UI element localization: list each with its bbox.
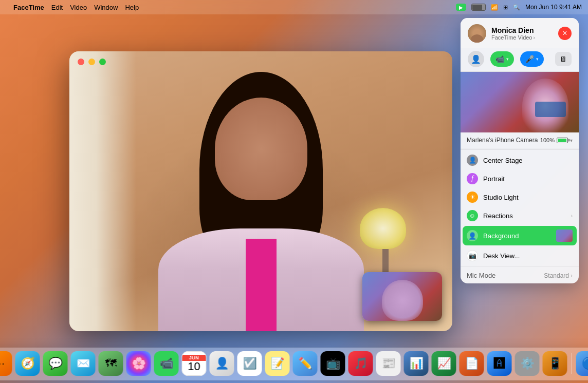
reactions-label: Reactions — [483, 212, 566, 220]
search-icon[interactable]: 🔍 — [513, 4, 520, 11]
caller-name: Monica Dien — [491, 26, 553, 35]
messages-icon: 💬 — [48, 357, 62, 370]
menubar-left: FaceTime Edit Video Window Help — [6, 4, 139, 11]
menu-item-desk-view[interactable]: 📷 Desk View... — [461, 246, 579, 265]
screen-share-icon: 🖥 — [560, 55, 567, 63]
preview-shirt — [535, 102, 566, 117]
battery-bar — [557, 138, 568, 143]
facetime-dock-icon: 📹 — [159, 357, 173, 370]
dock-item-numbers[interactable]: 📈 — [432, 351, 456, 376]
close-button[interactable] — [78, 59, 84, 65]
dock-item-music[interactable]: 🎵 — [348, 351, 373, 376]
dock-item-freeform[interactable]: ✏️ — [293, 351, 318, 376]
battery-fill — [558, 139, 566, 142]
studio-light-icon: ☀ — [467, 192, 478, 203]
mic-mode-label: Mic Mode — [467, 272, 544, 279]
menu-window[interactable]: Window — [94, 4, 118, 11]
menu-edit[interactable]: Edit — [51, 4, 63, 11]
video-preview — [461, 72, 579, 132]
camera-label: Marlena's iPhone Camera — [467, 137, 540, 144]
desk-view-icon: 📷 — [467, 250, 478, 261]
background-thumbnail — [556, 229, 573, 242]
notes-icon: 📝 — [270, 357, 284, 370]
dock-item-pages[interactable]: 📄 — [460, 351, 484, 376]
person-icon: 👤 — [471, 54, 481, 64]
dock-item-tv[interactable]: 📺 — [321, 351, 345, 376]
dock-item-keynote[interactable]: 📊 — [404, 351, 429, 376]
portrait-icon: f — [467, 173, 478, 184]
menu-video[interactable]: Video — [70, 4, 87, 11]
camera-row[interactable]: Marlena's iPhone Camera 100% ▾ — [461, 132, 579, 148]
person-icon-button[interactable]: 👤 — [468, 51, 484, 67]
menu-item-center-stage[interactable]: 👤 Center Stage — [461, 151, 579, 169]
menu-item-studio-light[interactable]: ☀ Studio Light — [461, 188, 579, 206]
dock-item-calendar[interactable]: JUN 10 — [182, 351, 207, 376]
dock-item-facetime[interactable]: 📹 — [154, 351, 179, 376]
minimize-button[interactable] — [88, 59, 95, 65]
launchpad-icon: ⋯ — [0, 357, 5, 370]
facetime-icon-symbol: ▶ — [459, 5, 463, 10]
dock-item-contacts[interactable]: 👤 — [210, 351, 234, 376]
menubar-right: ▶ 📶 ⊞ 🔍 Mon Jun 10 9:41 AM — [456, 4, 582, 11]
dock-item-privacy[interactable]: 🔵 — [576, 351, 589, 376]
person-face-skin — [215, 98, 307, 200]
divider-1 — [461, 149, 579, 150]
calendar-content: JUN 10 — [182, 351, 207, 376]
studio-light-label: Studio Light — [483, 194, 573, 201]
dock-item-launchpad[interactable]: ⋯ — [0, 351, 12, 376]
shirt-accent — [246, 239, 277, 331]
menubar-clock: Mon Jun 10 9:41 AM — [525, 4, 582, 11]
keynote-icon: 📊 — [409, 357, 423, 370]
video-caret-icon: ▾ — [506, 56, 509, 62]
dock-item-notes[interactable]: 📝 — [265, 351, 290, 376]
battery-fill-menubar — [472, 5, 482, 10]
self-view-person-silhouette — [382, 280, 423, 321]
reactions-chevron-icon: › — [571, 213, 573, 219]
iphone-mirror-icon: 📱 — [548, 357, 562, 370]
menu-item-background[interactable]: 👤 Background — [463, 226, 577, 245]
caller-avatar — [468, 24, 486, 43]
dock-item-appstore[interactable]: 🅰 — [487, 351, 512, 376]
maximize-button[interactable] — [99, 59, 106, 65]
dock-item-messages[interactable]: 💬 — [43, 351, 68, 376]
dock-separator — [572, 353, 572, 374]
battery-menubar — [471, 4, 486, 11]
menu-item-portrait[interactable]: f Portrait — [461, 169, 579, 188]
dock-item-safari[interactable]: 🧭 — [15, 351, 40, 376]
mic-mode-text: Standard — [544, 272, 569, 279]
dock-item-settings[interactable]: ⚙️ — [515, 351, 540, 376]
facetime-window — [69, 51, 452, 331]
divider-2 — [461, 266, 579, 266]
video-camera-icon: 📹 — [495, 55, 504, 63]
close-panel-button[interactable] — [558, 27, 572, 40]
safari-icon: 🧭 — [21, 357, 34, 370]
traffic-lights — [78, 59, 106, 65]
app-name[interactable]: FaceTime — [13, 4, 44, 11]
mic-mode-value: Standard › — [544, 272, 573, 279]
menu-help[interactable]: Help — [125, 4, 139, 11]
mic-mode-row[interactable]: Mic Mode Standard › — [461, 267, 579, 283]
dock-item-photos[interactable]: 🌸 — [126, 351, 151, 376]
mic-mode-chevron-icon: › — [571, 272, 573, 279]
dock-item-iphone-mirroring[interactable]: 📱 — [543, 351, 567, 376]
menu-item-reactions[interactable]: ☺ Reactions › — [461, 206, 579, 225]
settings-icon: ⚙️ — [520, 357, 534, 370]
mic-button[interactable]: 🎤 ▾ — [520, 51, 544, 67]
center-stage-icon: 👤 — [467, 155, 478, 166]
control-buttons-row: 👤 📹 ▾ 🎤 ▾ 🖥 — [461, 48, 579, 72]
dock-item-news[interactable]: 📰 — [376, 351, 401, 376]
dock-item-mail[interactable]: ✉️ — [71, 351, 96, 376]
portrait-label: Portrait — [483, 175, 573, 183]
control-center-icon[interactable]: ⊞ — [503, 4, 508, 11]
music-icon: 🎵 — [354, 357, 368, 370]
screen-share-button[interactable]: 🖥 — [555, 52, 572, 66]
video-button[interactable]: 📹 ▾ — [490, 51, 514, 67]
background-label: Background — [483, 232, 551, 240]
contacts-icon: 👤 — [215, 357, 229, 370]
dock-item-reminders[interactable]: ☑️ — [237, 351, 262, 376]
battery-indicator: 100% — [540, 137, 568, 143]
caller-subtitle[interactable]: FaceTime Video › — [491, 34, 553, 41]
self-view-tile[interactable] — [362, 272, 442, 321]
dock-item-maps[interactable]: 🗺 — [99, 351, 123, 376]
pages-icon: 📄 — [465, 357, 479, 370]
